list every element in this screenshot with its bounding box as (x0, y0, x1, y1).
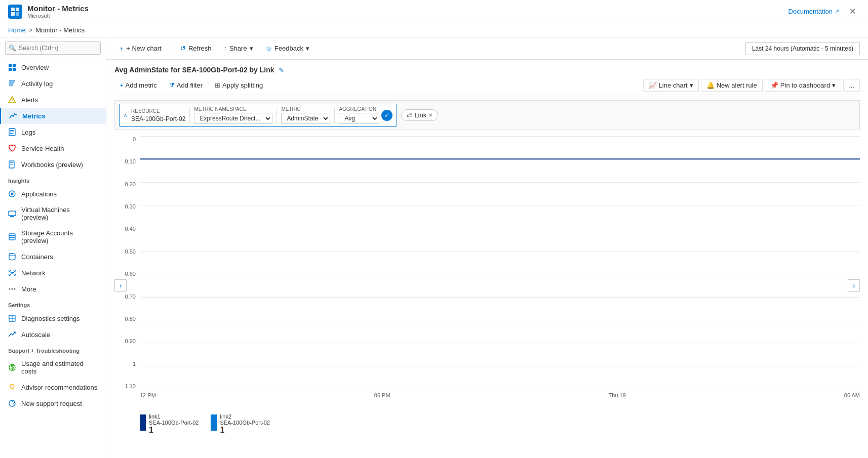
svg-point-35 (14, 274, 16, 276)
new-alert-button[interactable]: 🔔 New alert rule (701, 79, 763, 92)
svg-text:?: ? (12, 399, 15, 407)
top-bar-right: Documentation ↗ ✕ (788, 5, 860, 18)
search-icon: 🔍 (9, 45, 16, 52)
y-label-5: 0.60 (114, 271, 140, 277)
metric-ns-label: METRIC NAMESPACE (194, 106, 272, 112)
share-button[interactable]: ↑ Share ▾ (218, 42, 258, 55)
edit-title-icon[interactable]: ✎ (279, 66, 284, 74)
svg-point-34 (9, 274, 11, 276)
y-label-2: 0.90 (114, 338, 140, 344)
add-metric-icon: + (120, 81, 124, 89)
svg-rect-26 (13, 216, 13, 217)
refresh-button[interactable]: ↺ Refresh (175, 42, 217, 55)
usage-costs-icon: $ (8, 363, 16, 371)
legend-item-link2: link2 SEA-100Gb-Port-02 1 (211, 413, 269, 435)
svg-rect-4 (9, 64, 12, 67)
pin-dashboard-label: Pin to dashboard (780, 81, 830, 89)
metric-confirm-button[interactable]: ✓ (381, 110, 392, 121)
field-separator (189, 107, 190, 123)
remove-filter-icon[interactable]: ✕ (428, 112, 432, 118)
sidebar-item-advisor[interactable]: Advisor recommendations (0, 379, 106, 395)
sidebar-item-label: Network (21, 269, 46, 277)
sidebar-item-diagnostics[interactable]: Diagnostics settings (0, 310, 106, 326)
sidebar-search-container: 🔍 (0, 37, 106, 59)
sidebar-item-applications[interactable]: Applications (0, 186, 106, 202)
documentation-link[interactable]: Documentation ↗ (788, 8, 839, 15)
apply-splitting-button[interactable]: ⊞ Apply splitting (210, 79, 268, 91)
sidebar-item-workbooks[interactable]: Workbooks (preview) (0, 156, 106, 173)
sidebar-item-activity-log[interactable]: Activity log (0, 75, 106, 92)
pin-dashboard-button[interactable]: 📌 Pin to dashboard ▾ (765, 79, 841, 92)
add-metric-label: Add metric (126, 81, 157, 89)
y-label-1: 1 (114, 361, 140, 367)
add-filter-button[interactable]: ⧩ Add filter (164, 79, 208, 92)
sidebar-item-more[interactable]: More (0, 281, 106, 297)
resource-value[interactable]: SEA-100Gb-Port-02 (131, 115, 185, 122)
svg-rect-15 (10, 130, 14, 131)
new-chart-icon: + (120, 45, 124, 53)
sidebar-item-service-health[interactable]: Service Health (0, 140, 106, 156)
svg-rect-16 (10, 132, 14, 132)
resource-metric-group: ∧ RESOURCE SEA-100Gb-Port-02 METRIC NAME… (119, 104, 397, 127)
svg-point-38 (9, 288, 11, 290)
y-label-7: 0.40 (114, 226, 140, 232)
sidebar-item-network[interactable]: Network (0, 265, 106, 281)
sidebar-item-label: Overview (21, 64, 49, 71)
close-button[interactable]: ✕ (845, 5, 860, 18)
sidebar-item-storage-accounts[interactable]: Storage Accounts (preview) (0, 225, 106, 248)
svg-point-13 (12, 102, 13, 103)
breadcrumb-home[interactable]: Home (8, 26, 26, 34)
link-filter-label: Link (414, 111, 426, 119)
main-content: + + New chart ↺ Refresh ↑ Share ▾ ☺ Feed… (106, 37, 868, 458)
metric-namespace-select[interactable]: ExpressRoute Direct... (194, 113, 272, 124)
sidebar-item-label: Virtual Machines (preview) (21, 206, 98, 221)
sidebar-item-support[interactable]: ? New support request (0, 395, 106, 411)
sidebar-item-label: New support request (21, 400, 82, 407)
legend-item-link1: link1 SEA-100Gb-Port-02 1 (140, 413, 199, 435)
svg-rect-0 (11, 8, 15, 11)
sidebar-item-alerts[interactable]: Alerts (0, 92, 106, 108)
sidebar-item-autoscale[interactable]: Autoscale (0, 326, 106, 343)
link-filter-badge[interactable]: ⇄ Link ✕ (401, 109, 438, 121)
sidebar-item-containers[interactable]: Containers (0, 248, 106, 265)
time-range-button[interactable]: Last 24 hours (Automatic - 5 minutes) (745, 42, 860, 55)
new-chart-button[interactable]: + + New chart (114, 42, 167, 55)
chart-nav-right[interactable]: › (848, 279, 860, 292)
sidebar-item-label: Usage and estimated costs (21, 360, 98, 375)
activity-log-icon (8, 79, 16, 88)
network-icon (8, 269, 16, 277)
line-chart-chevron: ▾ (690, 81, 693, 89)
insights-section-label: Insights (0, 173, 106, 186)
sidebar-item-overview[interactable]: Overview (0, 59, 106, 75)
feedback-button[interactable]: ☺ Feedback ▾ (260, 42, 314, 55)
refresh-icon: ↺ (180, 45, 186, 52)
svg-rect-12 (12, 99, 12, 101)
toolbar-divider (171, 44, 171, 54)
x-label-3: 06 AM (844, 392, 860, 398)
line-chart-label: Line chart (659, 81, 688, 89)
metric-collapse-icon[interactable]: ∧ (124, 112, 127, 118)
feedback-icon: ☺ (265, 45, 272, 52)
sidebar-item-logs[interactable]: Logs (0, 124, 106, 140)
metric-select[interactable]: AdminState (281, 113, 330, 124)
link-icon: ⇄ (407, 111, 412, 119)
chart-nav-left[interactable]: ‹ (114, 279, 127, 292)
sidebar-item-virtual-machines[interactable]: Virtual Machines (preview) (0, 202, 106, 225)
sidebar-item-metrics[interactable]: Metrics (0, 108, 106, 124)
aggregation-select[interactable]: Avg (339, 113, 379, 124)
line-chart-button[interactable]: 📈 Line chart ▾ (643, 79, 699, 92)
svg-rect-28 (9, 235, 15, 236)
chart-wrapper: ‹ › 1.10 1 0.90 0.80 0.70 0.60 0.50 0.40… (114, 136, 860, 435)
search-input[interactable] (5, 41, 101, 55)
add-metric-button[interactable]: + Add metric (114, 79, 162, 91)
aggregation-field: AGGREGATION Avg (339, 106, 379, 124)
svg-point-30 (9, 254, 15, 256)
filter-icon: ⧩ (169, 81, 175, 90)
more-icon (8, 285, 16, 293)
sidebar-item-usage-costs[interactable]: $ Usage and estimated costs (0, 356, 106, 379)
more-options-button[interactable]: ... (843, 79, 860, 92)
svg-rect-6 (9, 68, 12, 71)
app-title: Monitor - Metrics (27, 4, 89, 13)
svg-rect-7 (13, 68, 16, 71)
sidebar-item-label: Advisor recommendations (21, 384, 97, 391)
